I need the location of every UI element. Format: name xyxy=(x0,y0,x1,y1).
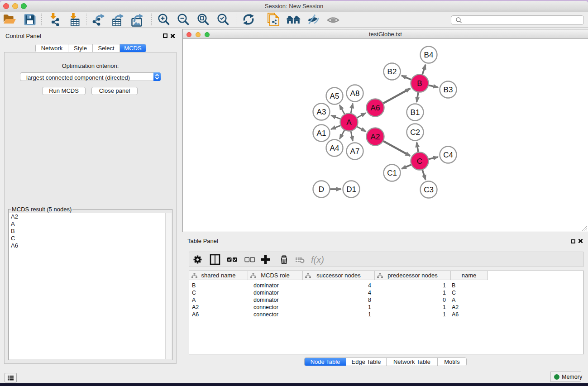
svg-text:A4: A4 xyxy=(330,144,339,152)
svg-text:D1: D1 xyxy=(346,185,356,194)
svg-text:B4: B4 xyxy=(424,51,434,59)
svg-text:A: A xyxy=(346,118,352,127)
svg-text:A1: A1 xyxy=(317,129,326,138)
svg-text:D: D xyxy=(319,185,324,194)
svg-text:A7: A7 xyxy=(350,147,360,156)
svg-text:C2: C2 xyxy=(410,128,420,137)
svg-text:A8: A8 xyxy=(350,89,360,98)
svg-text:C: C xyxy=(417,157,422,166)
svg-text:A3: A3 xyxy=(317,108,326,116)
svg-text:B2: B2 xyxy=(387,67,397,76)
svg-text:B: B xyxy=(417,79,422,88)
svg-text:C3: C3 xyxy=(424,186,434,194)
svg-text:A6: A6 xyxy=(371,104,380,112)
svg-text:A5: A5 xyxy=(330,92,339,100)
svg-text:B3: B3 xyxy=(444,86,453,94)
svg-text:C1: C1 xyxy=(387,169,397,177)
svg-text:B1: B1 xyxy=(411,108,420,117)
svg-text:A2: A2 xyxy=(371,133,380,141)
svg-text:f(x): f(x) xyxy=(311,255,324,265)
svg-text:C4: C4 xyxy=(443,151,453,159)
